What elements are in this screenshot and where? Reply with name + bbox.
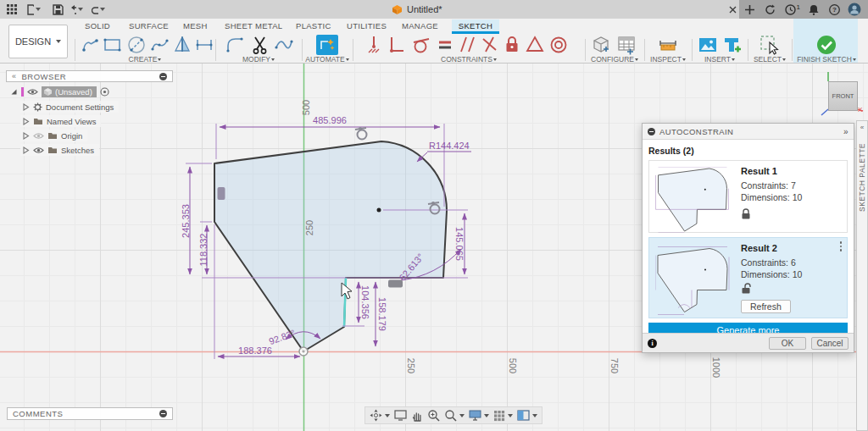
finish-sketch-menu[interactable]: FINISH SKETCH xyxy=(795,55,858,64)
tangent-glyph-top[interactable] xyxy=(355,127,367,140)
inspect-menu[interactable]: INSPECT xyxy=(648,55,688,64)
gear-icon xyxy=(33,102,42,112)
save-icon[interactable] xyxy=(51,3,64,16)
tab-surface[interactable]: SURFACE xyxy=(125,19,172,33)
browser-collapse-icon[interactable]: « xyxy=(12,72,17,80)
vertical-constraint-glyph[interactable] xyxy=(218,187,225,200)
orbit-icon[interactable] xyxy=(369,409,391,422)
result-card-2[interactable]: Result 2 Constraints: 6 Dimensions: 10 R… xyxy=(648,237,848,318)
folder-icon xyxy=(47,146,58,154)
dim-notch-depth[interactable]: 104.356 xyxy=(360,285,370,319)
browser-options-icon[interactable] xyxy=(159,73,167,80)
component-cube-icon xyxy=(43,87,53,97)
sync-status-icon[interactable] xyxy=(763,3,776,16)
redo-icon[interactable] xyxy=(92,3,105,16)
tab-solid[interactable]: SOLID xyxy=(81,19,114,33)
expander-icon[interactable] xyxy=(22,103,30,111)
browser-item-origin[interactable]: Origin xyxy=(20,130,87,141)
navigation-toolbar xyxy=(364,406,542,424)
expander-icon[interactable] xyxy=(22,132,30,140)
divider xyxy=(353,39,353,61)
view-cube[interactable]: FRONT X xyxy=(815,70,865,126)
expander-icon[interactable] xyxy=(22,146,30,154)
viewports-icon[interactable] xyxy=(516,410,538,421)
eye-icon-hidden[interactable] xyxy=(33,132,44,140)
comments-options-icon[interactable] xyxy=(159,410,167,417)
dim-right-height[interactable]: 145.065 xyxy=(454,227,465,261)
ok-button[interactable]: OK xyxy=(769,337,806,350)
activate-target-icon[interactable] xyxy=(100,87,109,97)
notifications-bell-icon[interactable] xyxy=(807,3,821,16)
insert-menu[interactable]: INSERT xyxy=(695,55,744,64)
dim-radius[interactable]: R144.424 xyxy=(429,141,470,151)
tab-utilities[interactable]: UTILITIES xyxy=(343,19,390,33)
horizontal-constraint-glyph[interactable] xyxy=(388,280,403,288)
user-avatar[interactable] xyxy=(848,3,861,16)
tab-manage[interactable]: MANAGE xyxy=(398,19,442,33)
sketch-profile[interactable] xyxy=(214,141,447,351)
workspace-selector[interactable]: DESIGN xyxy=(8,25,68,58)
root-document-item[interactable]: (Unsaved) xyxy=(42,86,97,97)
dim-left-height[interactable]: 245.353 xyxy=(181,204,191,238)
pin-panel-icon[interactable]: » xyxy=(843,127,849,136)
locked-icon[interactable] xyxy=(741,208,751,219)
document-tab[interactable]: Untitled* xyxy=(392,0,442,19)
dim-left-lower[interactable]: 118.332 xyxy=(198,234,209,267)
group-modify: MODIFY xyxy=(219,33,298,64)
create-menu[interactable]: CREATE xyxy=(76,55,214,64)
tab-sheet-metal[interactable]: SHEET METAL xyxy=(221,19,286,33)
generate-more-button[interactable]: Generate more xyxy=(648,323,848,333)
browser-root-row[interactable]: (Unsaved) xyxy=(10,86,109,97)
dim-top-width[interactable]: 485.996 xyxy=(313,115,347,125)
automate-menu[interactable]: AUTOMATE xyxy=(305,55,349,64)
comments-bar[interactable]: COMMENTS xyxy=(7,407,173,420)
eye-icon[interactable] xyxy=(33,146,44,154)
look-at-icon[interactable] xyxy=(393,410,408,421)
unlocked-icon[interactable] xyxy=(741,283,753,294)
autoconstrain-header[interactable]: AUTOCONSTRAIN » xyxy=(643,124,854,140)
tab-sketch[interactable]: SKETCH xyxy=(452,19,499,34)
browser-header[interactable]: « BROWSER xyxy=(6,70,173,82)
job-status-clock-icon[interactable]: 1 xyxy=(783,3,797,16)
palette-expand-icon[interactable]: « xyxy=(860,124,864,131)
grid-layout-icon[interactable] xyxy=(492,410,514,422)
new-tab-icon[interactable] xyxy=(743,3,756,16)
dim-angle-bottom[interactable]: 92.83° xyxy=(268,328,297,346)
display-settings-icon[interactable] xyxy=(468,410,490,421)
dim-notch-to-origin[interactable]: 158.179 xyxy=(377,297,387,331)
title-bar: Untitled* 1 ? xyxy=(0,0,868,19)
configure-menu[interactable]: CONFIGURE xyxy=(588,55,641,64)
tab-plastic[interactable]: PLASTIC xyxy=(292,19,335,33)
sketch-palette-strip[interactable]: « SKETCH PALETTE xyxy=(856,120,868,431)
undo-icon[interactable] xyxy=(70,3,83,16)
tab-mesh[interactable]: MESH xyxy=(180,19,211,33)
browser-item-sketches[interactable]: Sketches xyxy=(20,144,99,156)
origin-point[interactable] xyxy=(299,347,308,356)
refresh-button[interactable]: Refresh xyxy=(741,300,791,313)
close-tab-icon[interactable] xyxy=(726,3,739,16)
info-icon[interactable]: i xyxy=(648,339,657,348)
result-2-options-icon[interactable] xyxy=(840,241,843,251)
result-2-thumbnail xyxy=(649,238,736,324)
expander-icon[interactable] xyxy=(22,118,30,125)
view-cube-front-face[interactable]: FRONT xyxy=(828,81,858,111)
app-grid-icon[interactable] xyxy=(5,3,19,16)
browser-item-document-settings[interactable]: Document Settings xyxy=(20,101,119,113)
dim-bottom-width[interactable]: 188.376 xyxy=(238,345,272,356)
eye-icon[interactable] xyxy=(27,88,38,96)
select-menu[interactable]: SELECT xyxy=(751,55,788,64)
result-card-1[interactable]: Result 1 Constraints: 7 Dimensions: 10 xyxy=(648,160,848,233)
file-menu-icon[interactable] xyxy=(27,3,41,16)
browser-item-named-views[interactable]: Named Views xyxy=(20,115,101,127)
arc-center-point[interactable] xyxy=(377,208,381,213)
constraints-menu[interactable]: CONSTRAINTS xyxy=(356,55,581,64)
pan-icon[interactable] xyxy=(410,410,424,422)
zoom-fit-icon[interactable] xyxy=(426,409,441,422)
root-expander-icon[interactable] xyxy=(10,88,18,96)
help-icon[interactable]: ? xyxy=(827,3,841,16)
modify-menu[interactable]: MODIFY xyxy=(219,55,298,64)
divider xyxy=(75,39,75,61)
zoom-icon[interactable] xyxy=(443,409,465,422)
cancel-button[interactable]: Cancel xyxy=(811,337,849,350)
sketch-canvas[interactable]: 485.996 R144.424 245.353 118.332 104.356… xyxy=(0,64,868,431)
